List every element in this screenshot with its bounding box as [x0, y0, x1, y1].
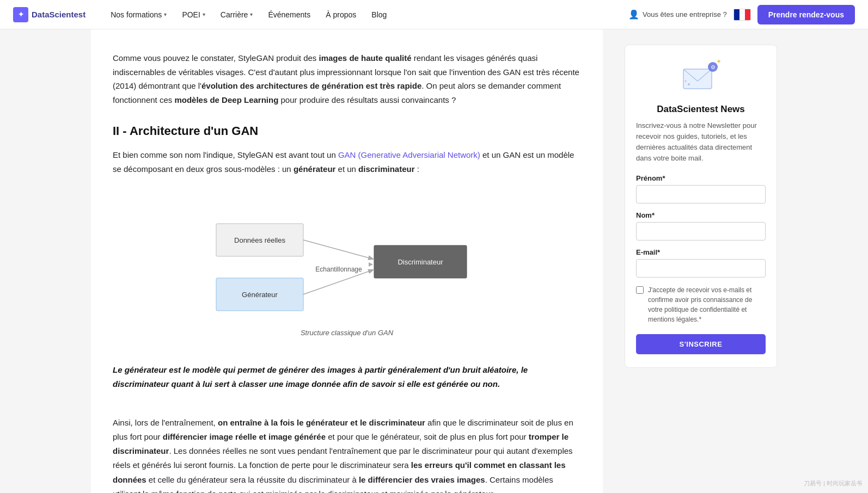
- page-wrapper: Comme vous pouvez le constater, StyleGAN…: [80, 29, 788, 493]
- nav-item-apropos[interactable]: À propos: [318, 0, 364, 29]
- gan-diagram: Données réelles Générateur Discriminateu…: [205, 191, 488, 323]
- chevron-down-icon: ▾: [250, 11, 253, 17]
- svg-line-6: [303, 240, 373, 259]
- prenom-input[interactable]: [636, 185, 766, 204]
- nav-label-evenements: Événements: [268, 10, 310, 19]
- nom-input[interactable]: [636, 222, 766, 241]
- cta-button[interactable]: Prendre rendez-vous: [757, 5, 855, 24]
- nav-item-blog[interactable]: Blog: [364, 0, 394, 29]
- flag-red: [745, 9, 750, 20]
- entreprise-label: Vous êtes une entreprise ?: [643, 10, 727, 19]
- nav-item-carriere[interactable]: Carrière ▾: [213, 0, 261, 29]
- nav-label-carriere: Carrière: [221, 10, 248, 19]
- newsletter-card: ⚙ ✦ DataScientest News Inscrivez-vous à …: [625, 45, 777, 368]
- svg-rect-10: [683, 69, 712, 89]
- svg-point-15: [685, 81, 687, 82]
- flag-blue: [734, 9, 739, 20]
- nav-item-poei[interactable]: POEI ▾: [174, 0, 212, 29]
- highlight-block: Le générateur est le modèle qui permet d…: [113, 354, 581, 400]
- diagram-container: Données réelles Générateur Discriminateu…: [113, 191, 581, 337]
- newsletter-desc: Inscrivez-vous à notre Newsletter pour r…: [636, 120, 766, 164]
- nav-label-formations: Nos formations: [111, 10, 162, 19]
- diagram-caption: Structure classique d'un GAN: [301, 329, 393, 337]
- intro-paragraph: Comme vous pouvez le constater, StyleGAN…: [113, 51, 581, 107]
- email-label: E-mail*: [636, 248, 766, 256]
- svg-text:Générateur: Générateur: [242, 291, 278, 299]
- nom-label: Nom*: [636, 211, 766, 219]
- svg-text:✦: ✦: [716, 58, 722, 65]
- logo[interactable]: ✦ DataScientest: [13, 7, 85, 22]
- watermark: 刀易号 | 时尚玩家岳爷: [804, 479, 863, 488]
- chevron-down-icon: ▾: [203, 11, 205, 17]
- svg-marker-9: [369, 262, 373, 267]
- svg-point-14: [688, 83, 690, 85]
- section-heading: II - Architecture d'un GAN: [113, 124, 581, 138]
- svg-text:Echantillonnage: Echantillonnage: [315, 266, 362, 273]
- flag-fr[interactable]: [733, 9, 751, 21]
- nav-label-blog: Blog: [371, 10, 387, 19]
- gan-link[interactable]: GAN (Generative Adversiarial Network): [338, 150, 480, 159]
- desc-paragraph: Et bien comme son nom l'indique, StyleGA…: [113, 148, 581, 176]
- nav-right: 👤 Vous êtes une entreprise ? Prendre ren…: [628, 5, 855, 24]
- checkbox-label: J'accepte de recevoir vos e-mails et con…: [648, 285, 766, 324]
- person-icon: 👤: [628, 9, 639, 20]
- svg-text:⚙: ⚙: [711, 64, 716, 70]
- entreprise-link[interactable]: 👤 Vous êtes une entreprise ?: [628, 9, 727, 20]
- prenom-label: Prénom*: [636, 174, 766, 182]
- checkbox-row: J'accepte de recevoir vos e-mails et con…: [636, 285, 766, 324]
- logo-text: DataScientest: [32, 10, 85, 19]
- svg-line-7: [303, 270, 373, 294]
- email-input[interactable]: [636, 259, 766, 278]
- logo-icon: ✦: [13, 7, 28, 22]
- nav-item-evenements[interactable]: Événements: [260, 0, 318, 29]
- body-paragraph: Ainsi, lors de l'entraînement, on entraî…: [113, 416, 581, 494]
- consent-checkbox[interactable]: [636, 286, 644, 294]
- flag-white: [739, 9, 745, 20]
- chevron-down-icon: ▾: [164, 11, 167, 17]
- nav-links: Nos formations ▾ POEI ▾ Carrière ▾ Événe…: [103, 0, 628, 29]
- newsletter-icon-wrap: ⚙ ✦: [636, 58, 766, 96]
- newsletter-title: DataScientest News: [636, 104, 766, 115]
- nav-label-apropos: À propos: [326, 10, 356, 19]
- newsletter-icon: ⚙ ✦: [679, 58, 723, 96]
- main-content: Comme vous pouvez le constater, StyleGAN…: [91, 29, 603, 493]
- sidebar: ⚙ ✦ DataScientest News Inscrivez-vous à …: [625, 29, 777, 368]
- subscribe-button[interactable]: S'INSCRIRE: [636, 334, 766, 354]
- highlight-text: Le générateur est le modèle qui permet d…: [113, 363, 581, 392]
- nav-item-formations[interactable]: Nos formations ▾: [103, 0, 174, 29]
- svg-text:Données réelles: Données réelles: [234, 236, 285, 244]
- nav-label-poei: POEI: [182, 10, 200, 19]
- navbar: ✦ DataScientest Nos formations ▾ POEI ▾ …: [0, 0, 868, 29]
- svg-text:Discriminateur: Discriminateur: [398, 258, 443, 266]
